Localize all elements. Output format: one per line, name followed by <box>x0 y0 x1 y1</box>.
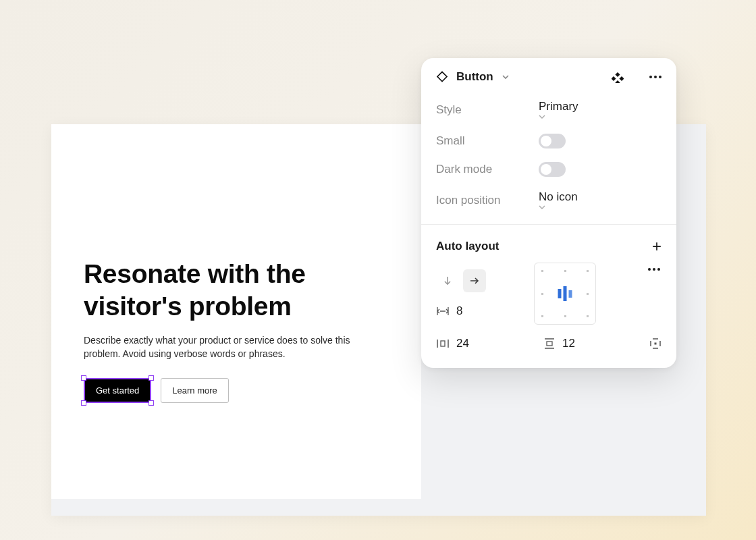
hero-button-row: Get started Learn more <box>84 378 401 403</box>
prop-style-row: Style Primary <box>421 93 676 127</box>
prop-small-row: Small <box>421 127 676 155</box>
selection-handle-br[interactable] <box>148 400 154 406</box>
variants-icon[interactable] <box>612 71 624 83</box>
prop-icon-label: Icon position <box>436 194 539 207</box>
item-spacing-value: 8 <box>456 304 462 318</box>
prop-icon-row: Icon position No icon <box>421 184 676 217</box>
padding-horizontal-value: 24 <box>456 337 469 350</box>
chevron-down-icon[interactable] <box>502 73 510 81</box>
prop-style-value[interactable]: Primary <box>539 100 583 120</box>
autolayout-title: Auto layout <box>436 240 500 253</box>
direction-horizontal-button[interactable] <box>463 269 486 292</box>
autolayout-body: 8 <box>421 260 676 368</box>
svg-rect-2 <box>612 76 616 81</box>
prop-dark-row: Dark mode <box>421 155 676 184</box>
svg-rect-1 <box>615 72 620 77</box>
hero-block: Resonate with the visitor's problem Desc… <box>84 258 401 403</box>
padding-horizontal-control[interactable]: 24 <box>436 337 469 350</box>
prop-dark-label: Dark mode <box>436 163 539 176</box>
independent-padding-button[interactable] <box>649 338 662 350</box>
selection-handle-tl[interactable] <box>81 375 86 381</box>
component-name[interactable]: Button <box>456 70 493 84</box>
get-started-button[interactable]: Get started <box>84 378 151 403</box>
hero-heading[interactable]: Resonate with the visitor's problem <box>84 258 401 322</box>
item-spacing-icon <box>436 306 450 317</box>
padding-horizontal-icon <box>436 338 450 349</box>
alignment-grid[interactable] <box>534 263 596 325</box>
more-icon[interactable] <box>649 76 662 78</box>
item-spacing-control[interactable]: 8 <box>436 304 524 318</box>
selected-element[interactable]: Get started <box>84 378 151 403</box>
learn-more-button[interactable]: Learn more <box>161 378 228 403</box>
align-center-icon <box>558 286 572 301</box>
padding-vertical-icon <box>543 338 556 350</box>
component-icon <box>436 71 448 83</box>
autolayout-header: Auto layout + <box>421 225 676 260</box>
svg-rect-3 <box>619 76 624 81</box>
hero-subtext[interactable]: Describe exactly what your product or se… <box>84 334 354 360</box>
padding-vertical-value: 12 <box>562 337 575 350</box>
small-toggle[interactable] <box>539 134 566 148</box>
svg-rect-0 <box>437 72 447 82</box>
chevron-down-icon <box>539 113 583 120</box>
selection-handle-bl[interactable] <box>81 400 86 406</box>
selection-handle-tr[interactable] <box>148 375 154 381</box>
svg-rect-6 <box>547 342 552 346</box>
properties-panel: Button Style Primary Small Dark mode <box>421 58 676 368</box>
independent-padding-icon <box>649 338 662 350</box>
prop-small-label: Small <box>436 134 539 148</box>
direction-vertical-button[interactable] <box>436 269 459 292</box>
prop-icon-value[interactable]: No icon <box>539 190 582 211</box>
dark-mode-toggle[interactable] <box>539 162 566 177</box>
svg-rect-4 <box>615 80 620 83</box>
autolayout-more-icon[interactable] <box>648 268 660 271</box>
direction-controls <box>436 269 524 292</box>
svg-rect-5 <box>441 341 445 346</box>
plus-icon[interactable]: + <box>652 238 662 254</box>
padding-vertical-control[interactable]: 12 <box>543 337 575 350</box>
panel-header: Button <box>421 58 676 93</box>
prop-style-label: Style <box>436 103 539 117</box>
svg-rect-7 <box>655 343 657 345</box>
chevron-down-icon <box>539 204 582 211</box>
